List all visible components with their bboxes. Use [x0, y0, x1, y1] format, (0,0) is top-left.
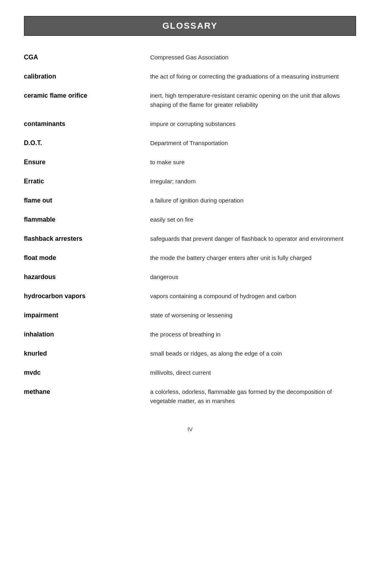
glossary-row: inhalationthe process of breathing in [24, 325, 356, 344]
glossary-term: inhalation [24, 330, 150, 339]
glossary-definition: the process of breathing in [150, 330, 356, 339]
glossary-term: calibration [24, 72, 150, 81]
glossary-definition: millivolts, direct current [150, 368, 356, 377]
glossary-row: hazardousdangerous [24, 267, 356, 287]
page-number: IV [24, 426, 356, 433]
glossary-definition: impure or corrupting substances [150, 119, 356, 128]
glossary-definition: vapors containing a compound of hydrogen… [150, 291, 356, 301]
glossary-row: hydrocarbon vaporsvapors containing a co… [24, 287, 356, 306]
glossary-term: contaminants [24, 119, 150, 129]
glossary-definition: a failure of ignition during operation [150, 196, 356, 205]
glossary-term: flame out [24, 196, 150, 205]
glossary-row: Erraticirregular; random [24, 172, 356, 191]
glossary-row: flashback arresterssafeguards that preve… [24, 229, 356, 248]
glossary-definition: the mode the battery charger enters afte… [150, 253, 356, 262]
glossary-term: methane [24, 387, 150, 397]
glossary-row: D.O.T.Department of Transportation [24, 134, 356, 153]
glossary-row: knurledsmall beads or ridges, as along t… [24, 344, 356, 363]
glossary-row: methanea colorless, odorless, flammable … [24, 382, 356, 411]
glossary-term: flashback arresters [24, 234, 150, 244]
glossary-term: hazardous [24, 272, 150, 282]
glossary-header: GLOSSARY [24, 16, 356, 36]
glossary-term: Erratic [24, 177, 150, 186]
glossary-row: CGACompressed Gas Association [24, 48, 356, 67]
glossary-definition: the act of fixing or correcting the grad… [150, 72, 356, 81]
glossary-term: float mode [24, 253, 150, 263]
glossary-term: D.O.T. [24, 138, 150, 148]
glossary-definition: inert, high temperature-resistant cerami… [150, 91, 356, 110]
glossary-row: mvdcmillivolts, direct current [24, 363, 356, 382]
glossary-term: ceramic flame orifice [24, 91, 150, 100]
glossary-term: flammable [24, 215, 150, 224]
glossary-title: GLOSSARY [33, 21, 347, 31]
glossary-term: knurled [24, 349, 150, 358]
glossary-term: CGA [24, 53, 150, 62]
glossary-row: float modethe mode the battery charger e… [24, 248, 356, 267]
glossary-definition: easily set on fire [150, 215, 356, 224]
glossary-term: hydrocarbon vapors [24, 291, 150, 301]
glossary-definition: dangerous [150, 272, 356, 281]
glossary-row: Ensureto make sure [24, 153, 356, 172]
glossary-row: flammableeasily set on fire [24, 210, 356, 229]
glossary-term: mvdc [24, 368, 150, 378]
glossary-row: impairmentstate of worsening or lessenin… [24, 306, 356, 325]
glossary-definition: small beads or ridges, as along the edge… [150, 349, 356, 358]
glossary-row: calibrationthe act of fixing or correcti… [24, 67, 356, 86]
glossary-term: impairment [24, 311, 150, 320]
glossary-row: ceramic flame orificeinert, high tempera… [24, 86, 356, 114]
glossary-row: contaminantsimpure or corrupting substan… [24, 114, 356, 134]
glossary-definition: state of worsening or lessening [150, 311, 356, 320]
glossary-definition: safeguards that prevent danger of flashb… [150, 234, 356, 243]
glossary-row: flame outa failure of ignition during op… [24, 191, 356, 210]
glossary-definition: a colorless, odorless, flammable gas for… [150, 387, 356, 406]
glossary-content: CGACompressed Gas Associationcalibration… [24, 48, 356, 410]
glossary-definition: Compressed Gas Association [150, 53, 356, 62]
glossary-definition: Department of Transportation [150, 138, 356, 147]
glossary-definition: irregular; random [150, 177, 356, 186]
glossary-definition: to make sure [150, 157, 356, 167]
glossary-term: Ensure [24, 157, 150, 167]
